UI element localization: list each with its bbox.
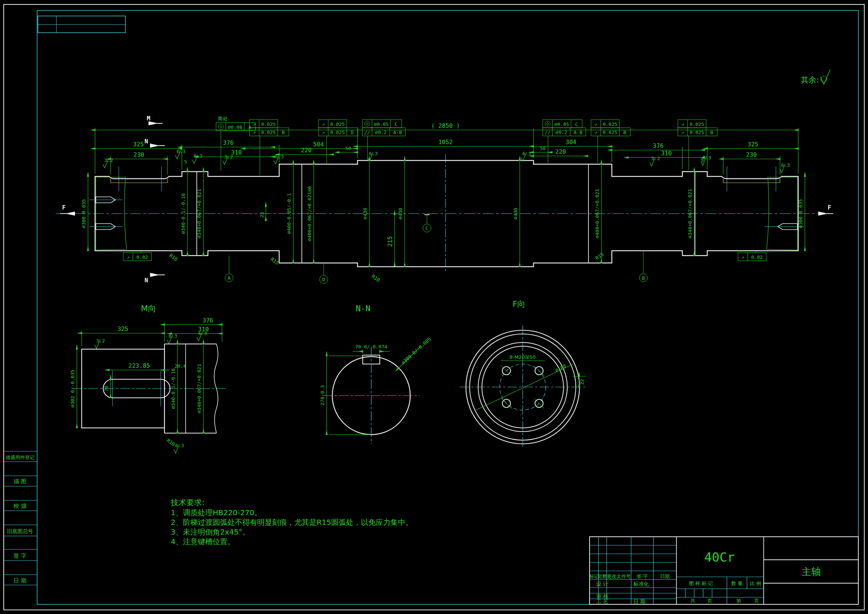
svg-text:3.2: 3.2: [104, 157, 113, 163]
title-block: 标记 处数 更改文件号 签 字 日期 设 计 标准化 审 核 工 艺 日 期 4…: [589, 537, 858, 604]
dim-504: 504: [313, 141, 324, 148]
svg-text:↗: ↗: [594, 130, 597, 135]
arrow-m: M: [147, 115, 150, 122]
tb-tuyang: 图 样 标 记: [689, 581, 713, 586]
tech-item-2: 2、阶梯过渡圆弧处不得有明显刻痕，尤其是R15圆弧处，以免应力集中。: [171, 518, 413, 527]
f-dim-22: 22: [579, 379, 585, 385]
dia-340-a: ⌀340-0.1/-0.16: [180, 193, 186, 234]
svg-text:⌀0.05: ⌀0.05: [554, 121, 569, 127]
svg-text:↗: ↗: [322, 121, 325, 127]
fcf-runout-002-left: ↗ 0.02: [123, 251, 152, 261]
cad-canvas: 借通用件登记 描 图 校 描 旧底图总号 签 字 日 期 其余:: [0, 0, 868, 614]
radius-r15-1: R15: [270, 256, 280, 266]
tb-qianzi: 签 字: [637, 574, 648, 579]
f-holes-callout: 8-M20深50: [510, 354, 536, 360]
tb-riqi2: 日 期: [633, 598, 645, 604]
top-left-record-box: [38, 16, 126, 33]
svg-text:C: C: [395, 121, 398, 127]
svg-text:0.025: 0.025: [261, 130, 276, 135]
dia-400-b: ⌀400+0.067/+0.021m6: [307, 186, 312, 241]
tb-riqi: 日期: [660, 574, 670, 579]
svg-text:6.3: 6.3: [194, 153, 202, 159]
m-dia-340a: ⌀340-0.1/-0.16: [170, 368, 176, 409]
svg-text:0.025: 0.025: [330, 121, 344, 127]
dim-1052: 1052: [439, 138, 453, 146]
surface-note-label: 其余:: [801, 75, 819, 84]
m-dim-70: 70: [104, 385, 109, 392]
datum-b: B: [639, 251, 648, 282]
dim-50-left: 50: [345, 146, 351, 151]
svg-text:⌀0.05: ⌀0.05: [374, 121, 388, 127]
dim-376-right: 376: [653, 142, 664, 149]
svg-text:0.02: 0.02: [751, 255, 763, 260]
dim-22: 22: [259, 212, 265, 218]
svg-text:6.3: 6.3: [198, 331, 207, 336]
arrow-n-bottom: N: [144, 277, 148, 284]
tb-gongyi: 工 艺: [596, 598, 608, 604]
dim-5-left: 5: [184, 159, 187, 165]
svg-text:0.025: 0.025: [603, 130, 617, 135]
tb-shuliang: 数 量: [731, 581, 742, 586]
svg-text:↗: ↗: [253, 130, 256, 135]
datum-a: A: [225, 256, 233, 282]
tb-bili: 比 例: [750, 581, 761, 586]
svg-text:B: B: [282, 130, 285, 135]
fcf-runout-B-2: ↗ 0.025 ↗ 0.025 B: [591, 120, 630, 163]
sidebar-item-trace: 描 图: [14, 478, 27, 485]
tech-title: 技术要求:: [170, 498, 205, 507]
tb-wenjianhao: 更改文件号: [607, 574, 631, 579]
svg-text:↗: ↗: [681, 130, 684, 135]
svg-text://: //: [545, 130, 550, 135]
nn-dim-70: 70 0/-0.074: [355, 344, 387, 350]
svg-text:⌀0.08: ⌀0.08: [228, 124, 242, 130]
svg-text:A: A: [228, 275, 231, 281]
sidebar-item-date: 日 期: [14, 577, 27, 584]
fcf-runout-D: ↗ 0.025 ↗ 0.025 D: [319, 120, 358, 163]
svg-text:B: B: [642, 275, 645, 281]
arrow-f-right: F: [828, 204, 831, 211]
fcf-conc-parallel-right: ⌀0.05 C // ⌀0.2 A-B: [543, 120, 586, 163]
radius-r15-2: R15: [594, 252, 605, 261]
tb-material: 40Cr: [704, 550, 735, 564]
svg-text:3.2: 3.2: [651, 155, 660, 161]
f-view-label: F向: [513, 299, 526, 309]
dia-430-3: ⌀430: [513, 208, 518, 219]
svg-text:6.3: 6.3: [522, 151, 531, 156]
dim-220-left: 220: [301, 147, 312, 154]
technical-requirements: 技术要求: 1、调质处理HB220-270。 2、阶梯过渡圆弧处不得有明显刻痕，…: [170, 498, 413, 546]
dia-400-a: ⌀400-0.05/-0.1: [286, 193, 292, 234]
fcf-runout-B-1: ↗ 0.025 ↗ 0.025 B: [250, 120, 289, 175]
svg-text:0.02: 0.02: [136, 255, 148, 260]
svg-text:0.025: 0.025: [690, 121, 704, 127]
svg-text:⌀0.2: ⌀0.2: [375, 130, 386, 135]
dim-304: 304: [566, 138, 577, 146]
svg-text:↗: ↗: [322, 130, 325, 135]
tb-gong: 共: [691, 598, 695, 604]
datum-c: C: [423, 215, 431, 232]
svg-text:0.025: 0.025: [261, 121, 276, 127]
svg-text:A-B: A-B: [393, 130, 402, 135]
svg-text:6.3: 6.3: [275, 154, 284, 159]
svg-text:3.2: 3.2: [224, 154, 233, 160]
svg-text:D: D: [322, 277, 325, 282]
dim-215: 215: [386, 236, 394, 247]
tb-biaozhunhua: 标准化: [633, 581, 649, 587]
dia-340-b: ⌀340+0.067/+0.021: [196, 189, 202, 238]
tech-item-4: 4、注意键槽位置。: [171, 537, 235, 546]
dia-430-1: ⌀430: [362, 208, 368, 219]
dia-340-c: ⌀340+0.067/+0.021: [687, 189, 693, 238]
m-dia-340b: ⌀340+0.067/+0.021: [196, 364, 202, 413]
svg-text:3.2: 3.2: [96, 338, 105, 344]
keyway-right: [723, 179, 780, 183]
svg-text:↗: ↗: [681, 121, 684, 127]
fcf-runout-B-3: ↗ 0.025 ↗ 0.025 B: [678, 120, 717, 170]
svg-text:0.025: 0.025: [330, 130, 344, 135]
sidebar-item-check: 校 描: [13, 502, 27, 509]
svg-text:↗: ↗: [594, 121, 597, 127]
m-dim-325: 325: [118, 325, 129, 333]
svg-text:6.3: 6.3: [175, 443, 184, 448]
fcf-note: 两处: [218, 116, 228, 121]
nn-section-view: N-N 70 0/-0.074 ⌀300 0/-0.005 278-0.3: [320, 304, 432, 444]
dim-230-right: 230: [746, 151, 757, 158]
m-dia-302: ⌀302 0/-0.035: [70, 370, 75, 407]
